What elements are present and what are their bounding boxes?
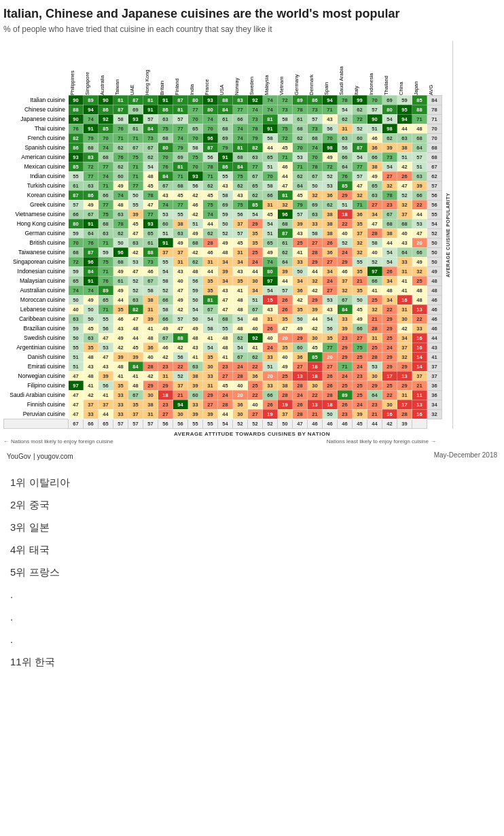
cell-14-15: 43 — [293, 228, 308, 238]
rankings-section: 1위 이탈리아2위 중국3위 일본4위 태국5위 프랑스...11위 한국 — [3, 461, 501, 683]
cell-25-17: 35 — [323, 333, 338, 343]
cell-19-11: 35 — [233, 276, 248, 285]
row-label-16: Taiwanese cuisine — [4, 247, 69, 257]
cell-21-4: 63 — [128, 295, 143, 304]
cell-19-0: 65 — [69, 276, 84, 285]
cell-24-0: 59 — [69, 324, 84, 333]
cell-25-10: 48 — [218, 333, 233, 343]
col-header-usa: USA — [218, 41, 233, 96]
cell-28-1: 43 — [84, 362, 98, 371]
col-header-france: France — [203, 41, 218, 96]
cell-7-7: 81 — [173, 162, 188, 171]
footer-cell-18: 46 — [338, 419, 353, 428]
table-row: Japanese cuisine907492589357635770746166… — [4, 114, 442, 124]
chart-subtitle: % of people who have tried that cuisine … — [3, 24, 501, 34]
row-label-12: Vietnamese cuisine — [4, 209, 69, 219]
cell-15-18: 52 — [338, 238, 353, 247]
cell-0-9: 93 — [203, 95, 218, 105]
cell-10-8: 42 — [188, 190, 203, 200]
cell-25-3: 49 — [113, 333, 128, 343]
cell-26-18: 29 — [338, 343, 353, 352]
cell-4-6: 68 — [158, 133, 173, 143]
cell-27-17: 20 — [323, 352, 338, 362]
cell-20-4: 52 — [128, 285, 143, 295]
cell-6-14: 71 — [278, 152, 293, 162]
cell-1-5: 91 — [143, 105, 158, 114]
cell-25-1: 63 — [84, 333, 98, 343]
cell-3-11: 74 — [233, 124, 248, 133]
cell-14-17: 38 — [323, 228, 338, 238]
cell-11-22: 32 — [397, 200, 412, 209]
cell-33-21: 16 — [382, 409, 397, 419]
cell-3-4: 61 — [128, 124, 143, 133]
cell-33-6: 27 — [158, 409, 173, 419]
cell-21-11: 48 — [233, 295, 248, 304]
cell-3-6: 75 — [158, 124, 173, 133]
cell-4-17: 70 — [323, 133, 338, 143]
cell-8-3: 60 — [113, 171, 128, 181]
cell-25-12: 92 — [248, 333, 263, 343]
right-arrow-icon: → — [431, 438, 436, 445]
cell-0-6: 91 — [158, 95, 173, 105]
cell-31-10: 24 — [218, 390, 233, 400]
footer-row: 6766655757575656555554525252504746464645… — [4, 419, 442, 428]
cell-6-24: 68 — [427, 152, 442, 162]
cell-23-15: 50 — [293, 314, 308, 324]
col-header-malaysia: Malaysia — [263, 41, 278, 96]
cell-20-10: 43 — [218, 285, 233, 295]
footer-cell-16: 46 — [308, 419, 323, 428]
cell-25-6: 67 — [158, 333, 173, 343]
cell-20-1: 74 — [84, 285, 98, 295]
cell-0-3: 81 — [113, 95, 128, 105]
cell-30-7: 37 — [173, 381, 188, 390]
cell-0-17: 94 — [323, 95, 338, 105]
cell-21-1: 49 — [84, 295, 98, 304]
cell-18-2: 71 — [98, 266, 113, 276]
cell-15-0: 70 — [69, 238, 84, 247]
table-row: Brazilian cuisine59455643484149474958554… — [4, 324, 442, 333]
table-row: American cuisine938368767562706975569168… — [4, 152, 442, 162]
cell-13-7: 38 — [173, 219, 188, 228]
footer-cell-20: 44 — [367, 419, 382, 428]
col-header-japan: Japan — [412, 41, 427, 96]
cell-6-3: 76 — [113, 152, 128, 162]
cell-24-20: 28 — [367, 324, 382, 333]
cell-11-20: 27 — [367, 200, 382, 209]
footer-cell-1: 66 — [84, 419, 98, 428]
cell-7-22: 42 — [397, 162, 412, 171]
cell-5-6: 80 — [158, 143, 173, 152]
cell-16-7: 37 — [173, 247, 188, 257]
cell-7-0: 85 — [69, 162, 84, 171]
cell-31-17: 28 — [323, 390, 338, 400]
cell-32-10: 28 — [218, 400, 233, 409]
cell-0-13: 74 — [263, 95, 278, 105]
footer-cell-12: 52 — [248, 419, 263, 428]
cell-2-19: 72 — [353, 114, 367, 124]
cell-33-9: 39 — [203, 409, 218, 419]
row-label-22: Lebanese cuisine — [4, 304, 69, 314]
cell-13-15: 39 — [293, 219, 308, 228]
cell-31-23: 11 — [412, 390, 427, 400]
row-label-5: Spanish cuisine — [4, 143, 69, 152]
cell-9-10: 43 — [218, 181, 233, 190]
cell-11-11: 75 — [233, 200, 248, 209]
cell-7-16: 78 — [308, 162, 323, 171]
cell-4-22: 63 — [397, 133, 412, 143]
cell-15-14: 61 — [278, 238, 293, 247]
row-label-30: Filipino cuisine — [4, 381, 69, 390]
cell-7-24: 67 — [427, 162, 442, 171]
cell-8-15: 62 — [293, 171, 308, 181]
cell-19-8: 56 — [188, 276, 203, 285]
cell-33-2: 44 — [98, 409, 113, 419]
cell-14-8: 49 — [188, 228, 203, 238]
cell-28-8: 63 — [188, 362, 203, 371]
cell-10-4: 50 — [128, 190, 143, 200]
cell-15-10: 49 — [218, 238, 233, 247]
cell-5-8: 58 — [188, 143, 203, 152]
col-header-india: India — [188, 41, 203, 96]
footer-cell-13: 52 — [263, 419, 278, 428]
cell-17-8: 62 — [188, 257, 203, 266]
ranking-item-6: . — [10, 606, 494, 628]
table-row: Turkish cuisine6163714977456768566243626… — [4, 181, 442, 190]
table-row: Mexican cuisine8572776271547681707886847… — [4, 162, 442, 171]
